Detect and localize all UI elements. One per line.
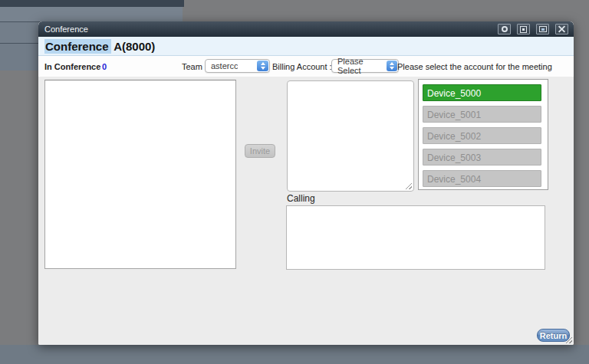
team-select[interactable]: astercc xyxy=(205,59,270,73)
maximize-button[interactable] xyxy=(517,24,530,34)
team-label: Team : xyxy=(182,62,207,71)
maximize-icon xyxy=(520,26,527,33)
screen: Conference Conference A(8000) In Confere… xyxy=(0,0,589,364)
calling-label: Calling xyxy=(287,193,315,204)
device-list-panel: Device_5000Device_5001Device_5002Device_… xyxy=(418,79,548,190)
invite-numbers-textarea[interactable] xyxy=(287,80,414,192)
billing-account-select-value: Please Select xyxy=(332,57,387,75)
team-select-value: astercc xyxy=(206,61,238,71)
dialog-titlebar[interactable]: Conference xyxy=(38,21,574,37)
conference-dialog: Conference Conference A(8000) In Confere… xyxy=(38,21,574,345)
select-stepper-icon xyxy=(257,61,268,71)
background-top-bar xyxy=(0,0,184,7)
billing-hint-text: Please select the account for the meetin… xyxy=(397,62,552,71)
in-conference-label: In Conference xyxy=(44,62,100,71)
close-icon xyxy=(558,26,565,33)
in-conference-count: 0 xyxy=(102,62,107,71)
window-controls xyxy=(498,24,568,34)
background-table-cell xyxy=(0,44,42,71)
page-title-rest: A(8000) xyxy=(114,40,155,53)
billing-account-label: Billing Account : xyxy=(272,62,332,71)
background-table-row xyxy=(0,7,183,22)
page-title-highlighted: Conference xyxy=(44,39,111,54)
conference-header: Conference A(8000) xyxy=(38,37,574,56)
toolbar: In Conference 0 Team : astercc Billing A… xyxy=(38,56,574,77)
device-item[interactable]: Device_5000 xyxy=(423,84,541,101)
device-item[interactable]: Device_5004 xyxy=(423,170,541,187)
restore-button[interactable] xyxy=(536,24,549,34)
dialog-title: Conference xyxy=(38,25,498,34)
device-list: Device_5000Device_5001Device_5002Device_… xyxy=(419,84,548,187)
return-button[interactable]: Return xyxy=(537,329,570,342)
billing-account-select[interactable]: Please Select xyxy=(331,59,399,73)
calling-list xyxy=(286,205,545,270)
textarea-resize-handle-icon[interactable] xyxy=(405,182,412,189)
select-stepper-icon xyxy=(387,61,397,71)
conference-members-list[interactable] xyxy=(44,80,236,269)
restore-icon xyxy=(539,26,547,32)
device-item[interactable]: Device_5002 xyxy=(423,127,541,144)
device-item[interactable]: Device_5003 xyxy=(423,149,541,166)
collapse-button[interactable] xyxy=(498,24,511,34)
page-title: Conference A(8000) xyxy=(38,40,155,53)
invite-button[interactable]: Invite xyxy=(245,144,275,158)
background-bottom-band xyxy=(0,345,589,364)
collapse-icon xyxy=(502,26,508,32)
close-button[interactable] xyxy=(555,24,568,34)
dialog-body: Invite Device_5000Device_5001Device_5002… xyxy=(38,77,574,345)
device-item[interactable]: Device_5001 xyxy=(423,106,541,123)
